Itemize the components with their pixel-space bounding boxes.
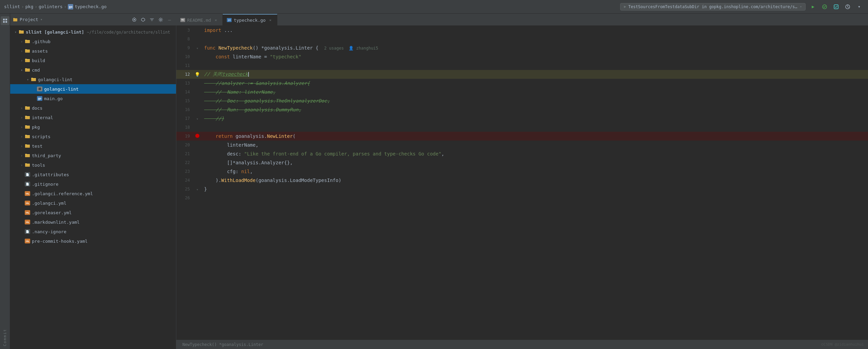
tab-icon-typecheck: go: [227, 18, 232, 22]
breakpoint-icon-19[interactable]: [195, 134, 199, 138]
folder-icon-github: [24, 38, 31, 44]
tab-close-readme[interactable]: ×: [213, 17, 218, 23]
line-num-14: 14: [176, 88, 193, 96]
tree-item-golangci-ref[interactable]: YML .golangci.reference.yml: [10, 189, 176, 198]
tab-close-typecheck[interactable]: ×: [268, 17, 273, 23]
tree-item-pkg[interactable]: › pkg: [10, 122, 176, 132]
line-content-13[interactable]: //analyzer := &analysis.Analyzer{: [201, 79, 868, 88]
fold-icon-25[interactable]: ▾: [196, 187, 199, 192]
line-content-10[interactable]: const linterName = "typecheck": [201, 52, 868, 61]
sidebar-settings-button[interactable]: [157, 16, 164, 23]
line-content-23[interactable]: cfg: nil,: [201, 167, 868, 176]
line-actions-20: [193, 141, 201, 149]
tree-spacer-golangci-yml: [19, 200, 24, 206]
line-content-8[interactable]: [201, 35, 868, 43]
tab-typecheck[interactable]: go typecheck.go ×: [223, 14, 277, 25]
line-actions-16: [193, 105, 201, 114]
tree-arrow-pkg: ›: [19, 124, 24, 130]
run-config-text: TestSourcesFromTestdataSubDir in gopkg.i…: [628, 4, 798, 9]
line-content-16[interactable]: // Run: goanalysis.DummyRun,: [201, 105, 868, 114]
line-content-22[interactable]: []*analysis.Analyzer{},: [201, 158, 868, 167]
breadcrumb-sllint[interactable]: sllint: [4, 4, 20, 9]
run-configuration[interactable]: ▶ TestSourcesFromTestdataSubDir in gopkg…: [620, 3, 806, 11]
tree-item-main-go[interactable]: go main.go: [10, 94, 176, 103]
line-content-20[interactable]: linterName,: [201, 141, 868, 149]
breadcrumb-golinters[interactable]: golinters: [39, 4, 62, 9]
tree-arrow-build: ›: [19, 58, 24, 63]
tree-item-cmd[interactable]: ▾ cmd: [10, 65, 176, 75]
line-content-12[interactable]: // 关闭typecheck: [201, 70, 868, 79]
line-content-24[interactable]: ).WithLoadMode(goanalysis.LoadModeTypesI…: [201, 176, 868, 185]
tab-label-typecheck: typecheck.go: [234, 18, 265, 23]
tree-item-gitignore[interactable]: 📄 .gitignore: [10, 179, 176, 189]
tree-item-build[interactable]: › build: [10, 56, 176, 65]
tree-item-github[interactable]: › .github: [10, 37, 176, 46]
tree-item-label-gitattributes: .gitattributes: [32, 172, 69, 177]
tree-item-third-party[interactable]: › third_party: [10, 151, 176, 160]
tab-readme[interactable]: MD README.md ×: [176, 15, 223, 25]
lightbulb-icon[interactable]: 💡: [195, 72, 200, 77]
tree-item-nancy-ignore[interactable]: 📄 .nancy-ignore: [10, 227, 176, 236]
line-content-25[interactable]: }: [201, 185, 868, 194]
fold-icon-17[interactable]: ▾: [196, 117, 199, 121]
profile-button[interactable]: [843, 2, 852, 12]
sidebar-project-label: Project: [20, 17, 38, 22]
tree-item-assets[interactable]: › assets: [10, 46, 176, 56]
sidebar-dropdown-icon[interactable]: ▾: [40, 17, 43, 22]
tree-item-docs[interactable]: › docs: [10, 103, 176, 113]
sidebar-locate-button[interactable]: [131, 16, 138, 23]
run-button[interactable]: ▶: [808, 2, 818, 12]
tree-item-golangci-lint-folder[interactable]: ▾ golangci-lint: [10, 75, 176, 84]
line-content-3[interactable]: import ...: [201, 26, 868, 35]
tree-item-tools[interactable]: › tools: [10, 160, 176, 170]
go-file-icon-main: go: [37, 95, 43, 102]
line-actions-17[interactable]: ▾: [193, 114, 201, 123]
line-actions-12[interactable]: 💡: [193, 70, 201, 79]
sidebar-collapse-button[interactable]: [148, 16, 156, 23]
line-actions-8: [193, 35, 201, 43]
activity-commit[interactable]: Commit: [1, 327, 9, 348]
code-line-13: 13 //analyzer := &analysis.Analyzer{: [176, 79, 868, 88]
line-actions-25[interactable]: ▾: [193, 185, 201, 194]
tree-item-sllint-root[interactable]: ▾ sllint [golangci-lint] ~/file/code/go/…: [10, 27, 176, 37]
tree-item-internal[interactable]: › internal: [10, 113, 176, 122]
breadcrumb-typecheck[interactable]: go typecheck.go: [68, 4, 106, 10]
line-num-8: 8: [176, 35, 193, 43]
code-line-24: 24 ).WithLoadMode(goanalysis.LoadModeTyp…: [176, 176, 868, 185]
tree-item-goreleaser[interactable]: YML .goreleaser.yml: [10, 208, 176, 217]
sidebar-expand-button[interactable]: [139, 16, 147, 23]
folder-icon-third-party: [24, 152, 31, 159]
line-num-25: 25: [176, 185, 193, 194]
tree-item-scripts[interactable]: › scripts: [10, 132, 176, 141]
line-content-18[interactable]: [201, 123, 868, 132]
line-content-17[interactable]: //}: [201, 114, 868, 123]
line-content-15[interactable]: // Doc: goanalysis.TheOnlyanalyzerDoc,: [201, 96, 868, 105]
line-content-19[interactable]: return goanalysis.NewLinter(: [201, 132, 868, 141]
tree-item-test[interactable]: › test: [10, 141, 176, 151]
more-actions-button[interactable]: ▾: [854, 2, 864, 12]
breadcrumb-pkg[interactable]: pkg: [25, 4, 33, 9]
code-editor[interactable]: 3 import ... 8 9 ▾ func NewTypecheck: [176, 26, 868, 339]
activity-project[interactable]: [1, 16, 9, 25]
sidebar: Project ▾ — ▾: [10, 14, 176, 349]
coverage-button[interactable]: [831, 2, 841, 12]
line-content-14[interactable]: // Name: linterName,: [201, 88, 868, 96]
tree-spacer-gitignore: [19, 181, 24, 187]
debug-button[interactable]: [820, 2, 829, 12]
tree-item-gitattributes[interactable]: 📄 .gitattributes: [10, 170, 176, 179]
code-line-12: 12 💡 // 关闭typecheck: [176, 70, 868, 79]
line-content-11[interactable]: [201, 61, 868, 70]
tree-arrow-scripts: ›: [19, 134, 24, 139]
line-content-26[interactable]: [201, 194, 868, 202]
line-content-21[interactable]: desc: "Like the front-end of a Go compil…: [201, 149, 868, 158]
tree-item-markdownlint[interactable]: YML .markdownlint.yaml: [10, 217, 176, 227]
sidebar-close-button[interactable]: —: [166, 16, 173, 23]
tree-item-golangci-lint-bin[interactable]: ⬛ golangci-lint: [10, 84, 176, 94]
folder-icon-pkg: [24, 124, 31, 130]
tree-item-golangci-yml[interactable]: YML .golangci.yml: [10, 198, 176, 208]
tree-item-label-gitignore: .gitignore: [32, 182, 58, 187]
line-num-12: 12: [176, 70, 193, 79]
tree-item-pre-commit[interactable]: YML pre-commit-hooks.yaml: [10, 236, 176, 246]
line-content-9[interactable]: func NewTypecheck() *goanalysis.Linter {…: [201, 43, 868, 52]
line-actions-19[interactable]: [193, 132, 201, 141]
